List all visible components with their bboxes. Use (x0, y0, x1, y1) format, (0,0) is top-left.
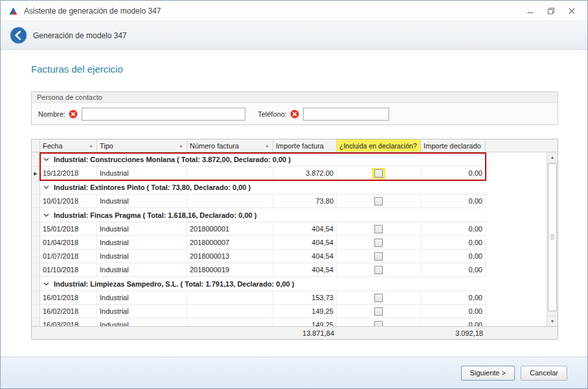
row-indicator (32, 208, 40, 222)
restore-icon[interactable] (547, 6, 555, 15)
invoice-row[interactable]: 01/10/2018 Industrial 2018000019 404,54 … (32, 263, 486, 277)
incluida-checkbox[interactable] (374, 169, 383, 178)
grid-summary-row: 13.871,84 3.092,18 (32, 326, 558, 339)
cell-numero-factura (187, 194, 273, 207)
row-indicator (32, 277, 40, 290)
back-button[interactable] (10, 27, 27, 44)
cell-importe-factura: 3.872,00 (273, 167, 337, 180)
header-title: Generación de modelo 347 (33, 31, 127, 40)
cell-numero-factura: 2018000001 (187, 222, 273, 235)
row-indicator (32, 263, 40, 276)
incluida-checkbox[interactable] (374, 266, 383, 274)
close-icon[interactable] (567, 6, 576, 15)
column-header-fecha[interactable]: Fecha ▲ (40, 139, 97, 152)
scroll-up-icon[interactable]: ▲ (547, 152, 558, 163)
incluida-checkbox[interactable] (374, 197, 383, 206)
titlebar: Asistente de generación de modelo 347 (1, 1, 587, 21)
cell-importe-declarado: 0,00 (421, 250, 486, 263)
incluida-checkbox[interactable] (374, 294, 383, 302)
chevron-down-icon (43, 213, 49, 217)
telefono-error-icon (290, 110, 299, 119)
page-title: Facturas del ejercicio (31, 64, 123, 75)
column-header-incluida[interactable]: ¿Incluida en declaración? (337, 139, 421, 152)
next-button[interactable]: Siguiente > (461, 366, 515, 381)
incluida-checkbox[interactable] (374, 252, 383, 261)
incluida-checkbox[interactable] (374, 321, 383, 327)
cell-numero-factura: 2018000019 (187, 263, 273, 276)
cell-fecha: 16/01/2018 (40, 291, 97, 304)
cell-importe-declarado: 0,00 (421, 222, 486, 235)
cell-tipo: Industrial (97, 236, 187, 249)
contact-groupbox-title: Persona de contacto (32, 92, 558, 103)
group-header-row[interactable]: Industrial: Extintores Pinto ( Total: 73… (32, 180, 486, 194)
telefono-label: Teléfono: (258, 110, 287, 118)
cell-incluida (337, 167, 421, 180)
invoice-row[interactable]: 10/01/2018 Industrial 73,80 0,00 (32, 194, 486, 208)
cell-importe-factura: 404,54 (273, 263, 337, 276)
column-header-numero-factura[interactable]: Número factura ▲ (187, 139, 273, 152)
cell-fecha: 16/03/2018 (40, 318, 97, 326)
group-header-row[interactable]: Industrial: Limpiezas Sampedro, S.L. ( T… (32, 277, 486, 291)
checkbox-annotation (372, 168, 385, 179)
column-header-importe-factura[interactable]: Importe factura (273, 139, 337, 152)
cell-importe-factura: 149,25 (273, 305, 337, 318)
chevron-down-icon (43, 282, 49, 286)
cell-numero-factura: 2018000013 (187, 250, 273, 263)
column-header-importe-declarado[interactable]: Importe declarado (421, 139, 486, 152)
cell-fecha: 01/07/2018 (40, 250, 97, 263)
cancel-button[interactable]: Cancelar (521, 366, 567, 381)
group-header-row[interactable]: Industrial: Construcciones Monlana ( Tot… (32, 152, 486, 167)
cell-importe-declarado: 0,00 (421, 291, 486, 304)
cell-numero-factura (187, 305, 273, 318)
cell-incluida (337, 236, 421, 249)
incluida-checkbox[interactable] (374, 307, 383, 316)
invoice-row[interactable]: 01/04/2018 Industrial 2018000007 404,54 … (32, 236, 486, 250)
invoice-row[interactable]: 15/01/2018 Industrial 2018000001 404,54 … (32, 222, 486, 236)
nombre-input[interactable] (82, 108, 245, 121)
group-header-row[interactable]: Industrial: Fincas Pragma ( Total: 1.618… (32, 208, 486, 222)
scroll-down-icon[interactable]: ▼ (547, 316, 558, 326)
cell-tipo: Industrial (97, 318, 187, 326)
cell-importe-factura: 404,54 (273, 222, 337, 235)
row-indicator (32, 305, 40, 318)
invoice-row[interactable]: ▶ 19/12/2018 Industrial 3.872,00 0,00 (32, 167, 486, 180)
cell-fecha: 15/01/2018 (40, 222, 97, 235)
incluida-checkbox[interactable] (374, 225, 383, 233)
grid-rows: Industrial: Construcciones Monlana ( Tot… (32, 152, 547, 326)
column-header-tipo[interactable]: Tipo ▲ (97, 139, 187, 152)
current-row-icon: ▶ (34, 171, 37, 176)
vertical-scrollbar[interactable]: ▲ ▼ (547, 152, 558, 326)
cell-importe-declarado: 0,00 (421, 263, 486, 276)
invoice-row[interactable]: 16/02/2018 Industrial 149,25 0,00 (32, 305, 486, 318)
scrollbar-thumb[interactable] (548, 163, 557, 311)
cell-incluida (337, 222, 421, 235)
cell-importe-declarado: 0,00 (421, 194, 486, 207)
group-label: Industrial: Extintores Pinto ( Total: 73… (40, 180, 251, 194)
grid-header: Fecha ▲ Tipo ▲ Número factura ▲ Importe … (32, 139, 558, 152)
cell-importe-factura: 404,54 (273, 236, 337, 249)
row-indicator (32, 194, 40, 207)
invoice-row[interactable]: 01/07/2018 Industrial 2018000013 404,54 … (32, 250, 486, 263)
cell-fecha: 01/04/2018 (40, 236, 97, 249)
cell-importe-factura: 153,73 (273, 291, 337, 304)
cell-incluida (337, 318, 421, 326)
wizard-header: Generación de modelo 347 (1, 21, 587, 50)
cell-tipo: Industrial (97, 291, 187, 304)
cell-importe-declarado: 0,00 (421, 167, 486, 180)
cell-tipo: Industrial (97, 263, 187, 276)
incluida-checkbox[interactable] (374, 239, 383, 247)
group-label: Industrial: Fincas Pragma ( Total: 1.618… (40, 208, 256, 222)
indicator-column-header (32, 139, 40, 152)
invoice-row[interactable]: 16/03/2018 Industrial 149,25 0,00 (32, 318, 486, 326)
row-indicator: ▶ (32, 167, 40, 180)
minimize-icon[interactable] (526, 6, 534, 15)
window-controls (526, 6, 581, 15)
row-indicator (32, 152, 40, 166)
total-importe-declarado: 3.092,18 (421, 329, 486, 337)
cell-incluida (337, 194, 421, 207)
invoice-row[interactable]: 16/01/2018 Industrial 153,73 0,00 (32, 291, 486, 305)
cell-incluida (337, 305, 421, 318)
chevron-down-icon (43, 158, 49, 161)
telefono-input[interactable] (303, 108, 389, 121)
row-indicator (32, 291, 40, 304)
